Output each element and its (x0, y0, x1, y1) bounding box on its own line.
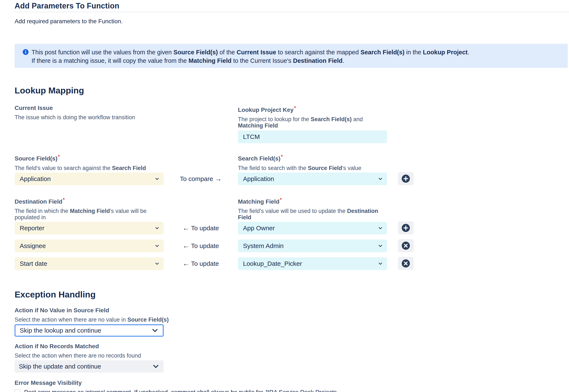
matching-field-group: Matching Field* The field's value will b… (238, 196, 387, 221)
chevron-down-icon (378, 243, 383, 249)
left-arrow-icon: ← (183, 224, 189, 232)
destination-field-select-value: Start date (20, 260, 47, 267)
source-fields-group: Source Field(s)* The field's value to se… (15, 153, 164, 185)
update-connector: ← To update (183, 242, 219, 250)
right-arrow-icon: → (215, 175, 222, 182)
error-visibility-checkbox[interactable] (15, 389, 20, 392)
lookup-project-key-input[interactable] (238, 130, 387, 143)
mapping-row: Start date ← To update Lookup_Date_Picke… (15, 256, 569, 270)
section-heading-lookup-mapping: Lookup Mapping (15, 86, 569, 95)
destination-field-group: Destination Field* The field in which th… (15, 196, 164, 221)
chevron-down-icon (154, 225, 160, 231)
post-function-config-page: Add Parameters To Function Add required … (0, 0, 569, 392)
no-value-action-label: Action if No Value in Source Field (15, 307, 569, 314)
destination-field-desc: The field in which the Matching Field's … (15, 208, 164, 221)
remove-mapping-row-button[interactable] (398, 257, 414, 270)
no-records-action-label: Action if No Records Matched (15, 343, 569, 350)
chevron-down-icon (151, 327, 159, 334)
destination-field-select[interactable]: Reporter (15, 222, 164, 235)
no-records-action-select[interactable]: Skip the update and continue (15, 360, 164, 373)
no-records-action-desc: Select the action when there are no reco… (15, 352, 569, 359)
source-field-select[interactable]: Application (15, 172, 164, 185)
page-subtitle: Add required parameters to the Function. (15, 18, 569, 25)
search-fields-desc: The field to search with the Source Fiel… (238, 165, 387, 171)
destination-field-select-value: Reporter (20, 224, 45, 232)
required-asterisk: * (58, 154, 60, 159)
mapping-row: Assignee ← To update System Admin (15, 238, 569, 252)
plus-circle-icon (401, 224, 410, 232)
add-search-field-button[interactable] (398, 172, 414, 185)
compare-connector-cell: To compare → (164, 153, 238, 185)
page-header: Add Parameters To Function (15, 0, 569, 12)
search-field-select-value: Application (243, 175, 274, 182)
required-asterisk: * (63, 197, 65, 203)
matching-field-select-value: App Owner (243, 224, 275, 232)
section-heading-exception-handling: Exception Handling (15, 290, 569, 299)
mapping-row: Reporter ← To update App Owner (15, 221, 569, 235)
update-connector: ← To update (183, 260, 219, 267)
chevron-down-icon (378, 261, 383, 266)
current-issue-group: Current Issue The issue which is doing t… (15, 104, 164, 143)
chevron-down-icon (154, 261, 160, 266)
destination-field-select[interactable]: Assignee (15, 239, 164, 252)
source-fields-desc: The field's value to search against the … (15, 165, 164, 171)
destination-field-select[interactable]: Start date (15, 257, 164, 270)
x-circle-icon (401, 259, 410, 268)
info-icon (22, 49, 29, 55)
matching-field-select[interactable]: App Owner (238, 222, 387, 235)
source-field-select-value: Application (20, 175, 51, 182)
x-circle-icon (401, 241, 410, 250)
chevron-down-icon (154, 243, 160, 249)
chevron-down-icon (378, 225, 383, 231)
chevron-down-icon (154, 176, 160, 182)
no-value-action-select[interactable]: Skip the lookup and continue (15, 324, 164, 336)
error-visibility-label: Error Message Visibility (15, 379, 569, 387)
required-asterisk: * (294, 105, 296, 111)
update-connector: ← To update (183, 224, 219, 232)
info-banner-text: This post function will use the values f… (31, 48, 469, 65)
no-value-action-select-value: Skip the lookup and continue (20, 327, 101, 334)
lookup-project-key-label: Lookup Project Key* (238, 104, 387, 113)
no-value-action-desc: Select the action when there are no valu… (15, 317, 569, 323)
error-visibility-checkbox-label: Post error message as internal comment. … (24, 389, 337, 392)
current-issue-desc: The issue which is doing the workflow tr… (15, 114, 164, 121)
add-mapping-row-button[interactable] (398, 221, 414, 235)
matching-field-select-value: Lookup_Date_Picker (243, 260, 302, 267)
info-banner: This post function will use the values f… (15, 44, 568, 68)
matching-field-select-value: System Admin (243, 242, 284, 250)
update-connector-cell: ← To update (164, 256, 238, 270)
chevron-down-icon (152, 363, 159, 370)
current-issue-label: Current Issue (15, 104, 164, 112)
error-visibility-row: Post error message as internal comment. … (15, 389, 569, 392)
matching-field-desc: The field's value will be used to update… (238, 208, 387, 221)
chevron-down-icon (378, 176, 383, 182)
search-fields-group: Search Field(s)* The field to search wit… (238, 153, 387, 185)
required-asterisk: * (281, 154, 283, 159)
page-title: Add Parameters To Function (15, 2, 569, 10)
lookup-project-key-group: Lookup Project Key* The project to looku… (238, 104, 387, 143)
matching-field-label: Matching Field* (238, 196, 387, 205)
info-banner-line-1: This post function will use the values f… (31, 48, 469, 56)
mapping-rows: Reporter ← To update App Owner (15, 221, 569, 270)
destination-field-label: Destination Field* (15, 196, 164, 205)
no-records-action-select-value: Skip the update and continue (19, 363, 101, 370)
compare-connector: To compare → (180, 175, 222, 182)
destination-field-select-value: Assignee (20, 242, 46, 250)
update-connector-cell: ← To update (164, 238, 238, 252)
update-connector-cell: ← To update (164, 221, 238, 235)
left-arrow-icon: ← (183, 260, 189, 267)
left-arrow-icon: ← (183, 242, 189, 250)
source-fields-label: Source Field(s)* (15, 153, 164, 162)
info-banner-line-2: If there is a matching issue, it will co… (31, 56, 469, 65)
remove-mapping-row-button[interactable] (398, 239, 414, 252)
search-field-select[interactable]: Application (238, 172, 387, 185)
matching-field-select[interactable]: Lookup_Date_Picker (238, 257, 387, 270)
search-fields-label: Search Field(s)* (238, 153, 387, 162)
matching-field-select[interactable]: System Admin (238, 239, 387, 252)
lookup-project-key-desc: The project to lookup for the Search Fie… (238, 116, 387, 129)
required-asterisk: * (280, 197, 282, 203)
plus-circle-icon (401, 174, 410, 183)
